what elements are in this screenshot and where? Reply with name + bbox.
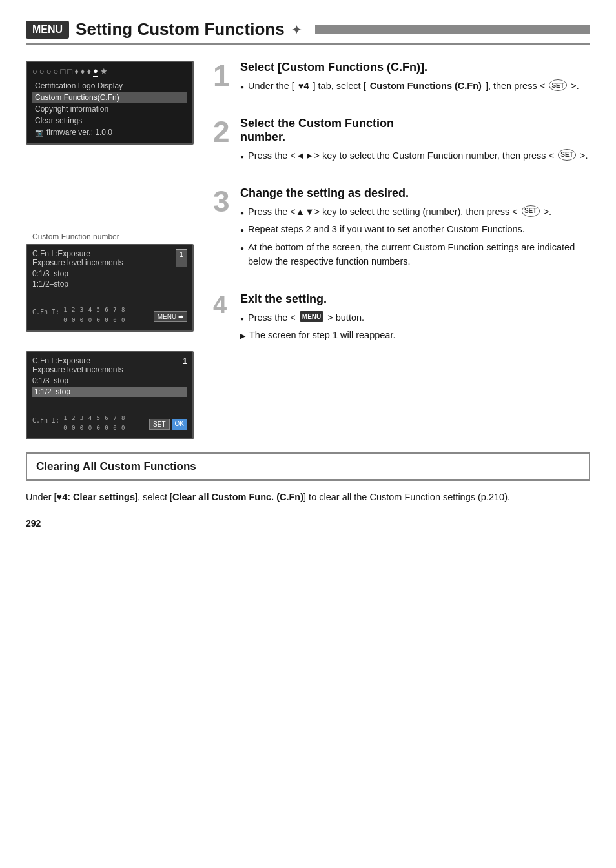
camera-screen-step3: C.Fn I :Exposure Exposure level incremen… <box>26 351 194 440</box>
cfn3-item-0: 0:1/3–stop <box>32 376 187 385</box>
step3-bullet1: Press the <▲▼> key to select the setting… <box>240 205 590 219</box>
step1-list: Under the [♥4] tab, select [Custom Funct… <box>240 79 579 94</box>
menu-item-cert: Certification Logo Display <box>32 80 187 92</box>
right-column: 1 Select [Custom Functions (C.Fn)]. Unde… <box>213 61 590 439</box>
clearing-title: Clearing All Custom Functions <box>36 460 580 473</box>
title-bar-decoration <box>315 25 590 34</box>
step2-heading: Select the Custom Functionnumber. <box>240 117 588 144</box>
ok-button-screen3: OK <box>172 419 187 430</box>
step3-bullet3: At the bottom of the screen, the current… <box>240 241 590 269</box>
camera-screen-step1: ○○○○ □□ ♦♦♦ ● ★ Certification Logo Displ… <box>26 61 194 145</box>
step1-bullet1: Under the [♥4] tab, select [Custom Funct… <box>240 79 579 94</box>
menu-badge: MENU <box>26 21 69 39</box>
step2-number: 2 <box>213 117 238 146</box>
step1-content: Select [Custom Functions (C.Fn)]. Under … <box>240 61 579 97</box>
step2-bullet1: Press the <◄►> key to select the Custom … <box>240 149 588 163</box>
set-badge-s2: SET <box>558 149 576 161</box>
page-number: 292 <box>26 518 590 529</box>
cfn3-title: C.Fn I :Exposure <box>32 356 123 365</box>
star-icon: ✦ <box>291 22 302 37</box>
step4-arrow1: The screen for step 1 will reappear. <box>240 328 395 343</box>
menu-item-clear: Clear settings <box>32 115 187 126</box>
cfn3-buttons: SET OK <box>149 419 187 430</box>
spacer2 <box>26 332 200 351</box>
step3-content: Change the setting as desired. Press the… <box>240 187 590 273</box>
cfn3-bottom: C.Fn I: 1 2 3 4 5 6 7 8 0 0 0 0 0 0 0 0 … <box>32 415 187 435</box>
cfn3-spacer <box>32 398 187 410</box>
step4-bullet1: Press the <MENU> button. <box>240 311 395 325</box>
step3-number: 3 <box>213 187 238 216</box>
menu-item-cfn: Custom Functions(C.Fn) <box>32 92 187 103</box>
step2-row: 2 Select the Custom Functionnumber. Pres… <box>213 117 590 167</box>
cfn-bottom: C.Fn I: 1 2 3 4 5 6 7 8 0 0 0 0 0 0 0 0 … <box>32 307 187 327</box>
cfn-code-area: C.Fn I: 1 2 3 4 5 6 7 8 0 0 0 0 0 0 0 0 <box>32 307 125 327</box>
cfn3-header: C.Fn I :Exposure Exposure level incremen… <box>32 356 187 374</box>
cfn3-item-1-selected: 1:1/2–stop <box>32 387 187 397</box>
camera-screen-step2: C.Fn I :Exposure Exposure level incremen… <box>26 244 194 332</box>
spacer1 <box>26 155 200 232</box>
step2-list: Press the <◄►> key to select the Custom … <box>240 149 588 163</box>
clearing-body: Under [♥4: Clear settings], select [Clea… <box>26 490 590 505</box>
menu-button-screen2: MENU ➡ <box>154 311 187 322</box>
step3-list: Press the <▲▼> key to select the setting… <box>240 205 590 269</box>
cfn3-code: C.Fn I: 1 2 3 4 5 6 7 8 0 0 0 0 0 0 0 0 <box>32 417 125 434</box>
step3-bullet2: Repeat steps 2 and 3 if you want to set … <box>240 223 590 237</box>
cfn-spacer <box>32 290 187 301</box>
step4-content: Exit the setting. Press the <MENU> butto… <box>240 292 395 347</box>
page-header: MENU Setting Custom Functions ✦ <box>26 19 590 45</box>
cfn-item-1: 1:1/2–stop <box>32 279 187 288</box>
step4-number: 4 <box>213 292 238 317</box>
cfn-item-0: 0:1/3–stop <box>32 269 187 278</box>
step3-heading: Change the setting as desired. <box>240 187 590 200</box>
cfn-header: C.Fn I :Exposure Exposure level incremen… <box>32 249 187 267</box>
step2-content: Select the Custom Functionnumber. Press … <box>240 117 588 167</box>
page-title: Setting Custom Functions <box>76 19 285 39</box>
firmware-version: 📷 firmware ver.: 1.0.0 <box>32 126 187 138</box>
step3-row: 3 Change the setting as desired. Press t… <box>213 187 590 273</box>
step1-row: 1 Select [Custom Functions (C.Fn)]. Unde… <box>213 61 590 97</box>
cfn-subtitle: Exposure level increments <box>32 258 123 267</box>
clearing-section: Clearing All Custom Functions <box>26 452 590 481</box>
cfn-num-box: 1 <box>176 249 187 267</box>
cfn-title-area: C.Fn I :Exposure Exposure level incremen… <box>32 249 123 267</box>
step1-number: 1 <box>213 61 238 90</box>
step4-heading: Exit the setting. <box>240 292 395 306</box>
menu-item-copyright: Copyright information <box>32 103 187 115</box>
menu-key-s4: MENU <box>300 311 323 322</box>
step1-heading: Select [Custom Functions (C.Fn)]. <box>240 61 579 74</box>
main-content: ○○○○ □□ ♦♦♦ ● ★ Certification Logo Displ… <box>26 61 590 439</box>
step4-row: 4 Exit the setting. Press the <MENU> but… <box>213 292 590 347</box>
camera-tab-row: ○○○○ □□ ♦♦♦ ● ★ <box>32 66 187 77</box>
cfn3-num: 1 <box>183 356 187 374</box>
set-badge-s1: SET <box>549 79 567 91</box>
cfn-code: C.Fn I: 1 2 3 4 5 6 7 8 0 0 0 0 0 0 0 0 <box>32 308 125 325</box>
left-column: ○○○○ □□ ♦♦♦ ● ★ Certification Logo Displ… <box>26 61 213 439</box>
cfn-title: C.Fn I :Exposure <box>32 249 123 258</box>
step4-list: Press the <MENU> button. The screen for … <box>240 311 395 343</box>
set-button-screen3: SET <box>149 419 169 430</box>
cfn3-title-area: C.Fn I :Exposure Exposure level incremen… <box>32 356 123 374</box>
screen2-with-arrow: C.Fn I :Exposure Exposure level incremen… <box>26 244 200 332</box>
set-badge-s3a: SET <box>522 205 540 217</box>
screen2-container: Custom Function number C.Fn I :Exposure … <box>26 232 200 332</box>
cfn3-code-area: C.Fn I: 1 2 3 4 5 6 7 8 0 0 0 0 0 0 0 0 <box>32 415 125 435</box>
cfn3-subtitle: Exposure level increments <box>32 365 123 374</box>
cfn-number-label: Custom Function number <box>32 232 200 241</box>
